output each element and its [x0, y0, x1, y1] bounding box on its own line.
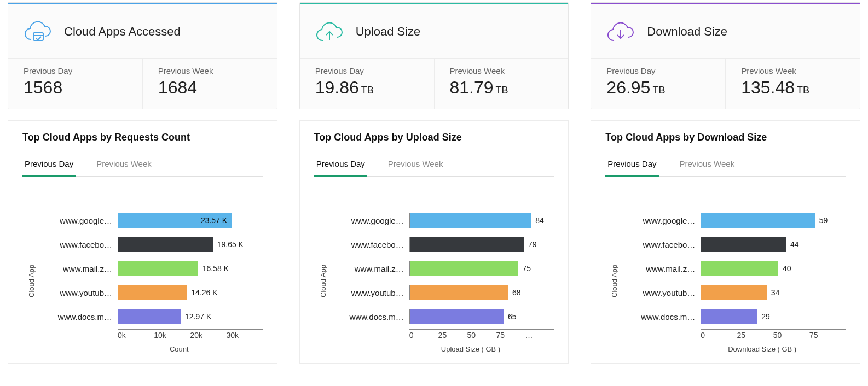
bar[interactable]	[118, 285, 187, 300]
y-axis-label: Cloud App	[319, 265, 327, 297]
x-tick: 0	[701, 331, 737, 340]
bar-value-label: 79	[528, 240, 537, 249]
bar[interactable]	[118, 261, 198, 276]
bar-row: www.google… 84	[338, 208, 554, 232]
x-axis-line	[409, 329, 554, 330]
x-axis-label: Upload Size ( GB )	[338, 345, 554, 353]
kpi-card: Cloud Apps Accessed Previous Day 1568 Pr…	[8, 2, 277, 109]
download-icon	[606, 20, 635, 44]
bar-row: www.facebo… 44	[629, 232, 846, 256]
bar-chart: Cloud App www.google… 84 www.facebo… 79	[314, 208, 554, 353]
tab-previous-day[interactable]: Previous Day	[605, 155, 658, 177]
tab-previous-day[interactable]: Previous Day	[314, 155, 367, 177]
bar[interactable]	[701, 213, 814, 228]
kpi-stat-label: Previous Week	[450, 66, 553, 75]
kpi-stats: Previous Day 1568 Previous Week 1684	[8, 59, 277, 109]
kpi-stat: Previous Day 19.86TB	[300, 59, 435, 109]
kpi-stat-label: Previous Week	[158, 66, 262, 75]
kpi-title: Download Size	[647, 25, 727, 39]
bar-row: www.youtub… 68	[338, 280, 554, 305]
chart-title: Top Cloud Apps by Requests Count	[22, 132, 263, 143]
bar[interactable]	[118, 237, 213, 252]
chart-tabs: Previous DayPrevious Week	[22, 154, 263, 177]
bar-row: www.mail.z… 40	[629, 256, 846, 280]
bar-row: www.youtub… 34	[629, 280, 846, 305]
bar[interactable]	[410, 237, 524, 252]
tab-previous-week[interactable]: Previous Week	[386, 155, 445, 177]
bar-value-label: 12.97 K	[185, 312, 211, 321]
bar-value-label: 34	[771, 288, 780, 297]
bar-category-label: www.google…	[338, 216, 409, 225]
bar[interactable]	[701, 237, 786, 252]
chart-tabs: Previous DayPrevious Week	[605, 154, 846, 177]
bar[interactable]	[701, 261, 778, 276]
kpi-title: Cloud Apps Accessed	[64, 25, 181, 39]
kpi-stat-value: 19.86TB	[315, 78, 419, 98]
tab-previous-week[interactable]: Previous Week	[94, 155, 154, 177]
x-tick: 0	[409, 331, 438, 340]
chart-title: Top Cloud Apps by Upload Size	[314, 132, 554, 143]
kpi-title: Upload Size	[356, 25, 421, 39]
bar-category-label: www.youtub…	[47, 288, 118, 297]
kpi-card: Upload Size Previous Day 19.86TB Previou…	[299, 2, 569, 109]
bar[interactable]	[118, 309, 181, 324]
bar-row: www.docs.m… 65	[338, 305, 554, 329]
bar-chart: Cloud App www.google… 23.57 K www.facebo…	[22, 208, 263, 353]
kpi-header: Upload Size	[300, 4, 569, 59]
x-tick: 75	[496, 331, 525, 340]
x-axis-line	[118, 329, 263, 330]
bar-value-label: 16.58 K	[202, 264, 229, 273]
y-axis-label: Cloud App	[27, 265, 36, 297]
bar-category-label: www.mail.z…	[338, 264, 409, 273]
bar-value-label: 29	[761, 312, 770, 321]
bar-category-label: www.google…	[47, 216, 118, 225]
bar[interactable]	[410, 213, 531, 228]
x-axis-line	[701, 329, 846, 330]
kpi-stat-value: 1568	[24, 78, 127, 98]
bar-row: www.youtub… 14.26 K	[47, 280, 263, 305]
x-tick: 30k	[227, 331, 263, 340]
kpi-stat: Previous Day 1568	[8, 59, 143, 109]
bar-category-label: www.docs.m…	[47, 312, 118, 321]
tab-previous-day[interactable]: Previous Day	[22, 155, 76, 177]
x-tick: 50	[773, 331, 809, 340]
bar-row: www.google… 23.57 K	[47, 208, 263, 232]
bar-row: www.docs.m… 29	[629, 305, 846, 329]
kpi-stat-value: 26.95TB	[606, 78, 710, 98]
bar-value-label: 68	[512, 288, 521, 297]
bar-category-label: www.docs.m…	[338, 312, 409, 321]
kpi-card: Download Size Previous Day 26.95TB Previ…	[591, 2, 860, 109]
tab-previous-week[interactable]: Previous Week	[678, 155, 737, 177]
bar[interactable]: 23.57 K	[118, 213, 232, 228]
kpi-stat: Previous Week 81.79TB	[435, 59, 569, 109]
bar[interactable]	[701, 285, 767, 300]
bar-category-label: www.youtub…	[629, 288, 701, 297]
bar-row: www.facebo… 79	[338, 232, 554, 256]
x-tick: 10k	[154, 331, 190, 340]
chart-card: Top Cloud Apps by Upload Size Previous D…	[299, 120, 569, 364]
bar[interactable]	[410, 285, 508, 300]
bar-category-label: www.mail.z…	[629, 264, 701, 273]
bar-chart: Cloud App www.google… 59 www.facebo… 44	[605, 208, 846, 353]
bar[interactable]	[410, 309, 504, 324]
bar-value-label: 14.26 K	[191, 288, 217, 297]
bar-category-label: www.facebo…	[629, 240, 701, 249]
kpi-header: Cloud Apps Accessed	[8, 4, 277, 59]
x-tick: 25	[438, 331, 467, 340]
bar-value-label: 59	[819, 216, 828, 225]
kpi-stat-label: Previous Day	[24, 66, 127, 75]
bar[interactable]	[410, 261, 518, 276]
x-tick: 20k	[190, 331, 226, 340]
x-tick: 0k	[118, 331, 154, 340]
bar-value-label: 65	[508, 312, 517, 321]
bar[interactable]	[701, 309, 757, 324]
kpi-stat: Previous Week 1684	[143, 59, 277, 109]
bar-row: www.google… 59	[629, 208, 846, 232]
kpi-stat-label: Previous Day	[606, 66, 710, 75]
x-tick: 50	[467, 331, 496, 340]
bar-category-label: www.docs.m…	[629, 312, 701, 321]
kpi-header: Download Size	[591, 4, 860, 59]
bar-category-label: www.youtub…	[338, 288, 409, 297]
bar-category-label: www.facebo…	[47, 240, 118, 249]
x-tick: 25	[737, 331, 773, 340]
